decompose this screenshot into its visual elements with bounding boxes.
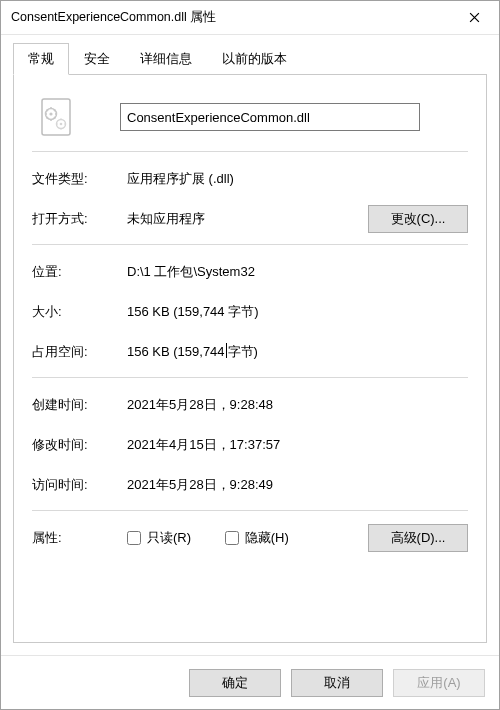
svg-point-4 xyxy=(60,123,63,126)
ok-button[interactable]: 确定 xyxy=(189,669,281,697)
value-location: D:\1 工作包\System32 xyxy=(127,263,468,281)
client-area: 常规 安全 详细信息 以前的版本 xyxy=(1,35,499,655)
readonly-label: 只读(R) xyxy=(147,529,191,547)
apply-button[interactable]: 应用(A) xyxy=(393,669,485,697)
tab-details[interactable]: 详细信息 xyxy=(125,43,207,75)
close-button[interactable] xyxy=(451,2,497,34)
hidden-checkbox[interactable]: 隐藏(H) xyxy=(225,529,289,547)
tab-panel-general: 文件类型: 应用程序扩展 (.dll) 打开方式: 未知应用程序 更改(C)..… xyxy=(13,74,487,643)
label-modified: 修改时间: xyxy=(32,436,127,454)
hidden-label: 隐藏(H) xyxy=(245,529,289,547)
divider xyxy=(32,377,468,378)
label-attributes: 属性: xyxy=(32,529,127,547)
label-accessed: 访问时间: xyxy=(32,476,127,494)
dialog-footer: 确定 取消 应用(A) xyxy=(1,655,499,709)
svg-point-2 xyxy=(49,112,52,115)
value-size-on-disk: 156 KB (159,744字节) xyxy=(127,343,468,361)
tab-general[interactable]: 常规 xyxy=(13,43,69,75)
titlebar[interactable]: ConsentExperienceCommon.dll 属性 xyxy=(1,1,499,35)
window-title: ConsentExperienceCommon.dll 属性 xyxy=(11,9,451,26)
tab-previous-versions[interactable]: 以前的版本 xyxy=(207,43,302,75)
file-icon xyxy=(32,93,80,141)
hidden-checkbox-box[interactable] xyxy=(225,531,239,545)
advanced-button[interactable]: 高级(D)... xyxy=(368,524,468,552)
label-created: 创建时间: xyxy=(32,396,127,414)
change-button[interactable]: 更改(C)... xyxy=(368,205,468,233)
readonly-checkbox[interactable]: 只读(R) xyxy=(127,529,191,547)
value-size: 156 KB (159,744 字节) xyxy=(127,303,468,321)
value-created: 2021年5月28日，9:28:48 xyxy=(127,396,468,414)
divider xyxy=(32,510,468,511)
properties-dialog: ConsentExperienceCommon.dll 属性 常规 安全 详细信… xyxy=(0,0,500,710)
tab-security[interactable]: 安全 xyxy=(69,43,125,75)
label-opens-with: 打开方式: xyxy=(32,210,127,228)
dll-file-icon xyxy=(36,97,76,137)
value-opens-with: 未知应用程序 xyxy=(127,210,368,228)
label-location: 位置: xyxy=(32,263,127,281)
filename-input[interactable] xyxy=(120,103,420,131)
divider xyxy=(32,244,468,245)
text-caret xyxy=(226,343,227,358)
label-size: 大小: xyxy=(32,303,127,321)
cancel-button[interactable]: 取消 xyxy=(291,669,383,697)
value-filetype: 应用程序扩展 (.dll) xyxy=(127,170,468,188)
readonly-checkbox-box[interactable] xyxy=(127,531,141,545)
value-accessed: 2021年5月28日，9:28:49 xyxy=(127,476,468,494)
label-size-on-disk: 占用空间: xyxy=(32,343,127,361)
close-icon xyxy=(469,12,480,23)
label-filetype: 文件类型: xyxy=(32,170,127,188)
tab-bar: 常规 安全 详细信息 以前的版本 xyxy=(13,45,487,75)
divider xyxy=(32,151,468,152)
value-modified: 2021年4月15日，17:37:57 xyxy=(127,436,468,454)
